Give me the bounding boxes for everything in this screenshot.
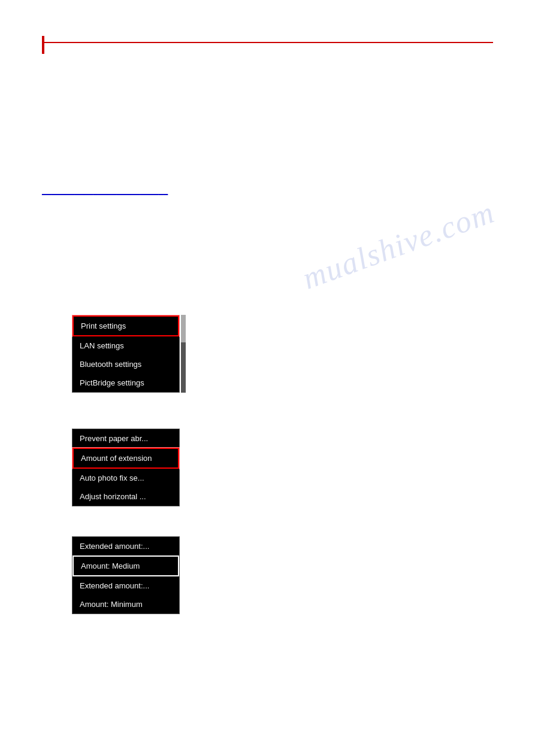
menu2-item-2[interactable]: Auto photo fix se... xyxy=(72,469,179,487)
menu3-item-3[interactable]: Amount: Minimum xyxy=(72,595,179,614)
menu3-list: Extended amount:...Amount: MediumExtende… xyxy=(72,536,180,614)
menu-section-1: Print settingsLAN settingsBluetooth sett… xyxy=(72,315,493,393)
menu3-item-0[interactable]: Extended amount:... xyxy=(72,537,179,555)
menu2-item-0[interactable]: Prevent paper abr... xyxy=(72,429,179,448)
watermark: mualshive.com xyxy=(298,194,499,296)
menu-section-2: Prevent paper abr...Amount of extensionA… xyxy=(72,429,493,506)
top-red-bar xyxy=(42,42,493,43)
menu1-item-3[interactable]: PictBridge settings xyxy=(72,374,179,392)
menu1-list: Print settingsLAN settingsBluetooth sett… xyxy=(72,315,180,393)
menu1-scrollbar-thumb[interactable] xyxy=(181,315,186,342)
menu1-item-0[interactable]: Print settings xyxy=(72,315,179,336)
menu1-wrapper: Print settingsLAN settingsBluetooth sett… xyxy=(72,315,180,393)
menu3-item-2[interactable]: Extended amount:... xyxy=(72,576,179,595)
menu1-item-2[interactable]: Bluetooth settings xyxy=(72,355,179,374)
menu1-item-1[interactable]: LAN settings xyxy=(72,336,179,355)
left-accent-bar xyxy=(42,36,44,54)
menu3-item-1[interactable]: Amount: Medium xyxy=(72,555,179,576)
menu2-item-3[interactable]: Adjust horizontal ... xyxy=(72,487,179,506)
link-text[interactable]: ___________________________ xyxy=(42,186,168,195)
menu2-item-1[interactable]: Amount of extension xyxy=(72,448,179,469)
menu1-scrollbar[interactable] xyxy=(181,315,186,393)
page-container: mualshive.com __________________________… xyxy=(0,0,535,756)
menu-section-3: Extended amount:...Amount: MediumExtende… xyxy=(72,536,493,614)
menu2-list: Prevent paper abr...Amount of extensionA… xyxy=(72,429,180,506)
